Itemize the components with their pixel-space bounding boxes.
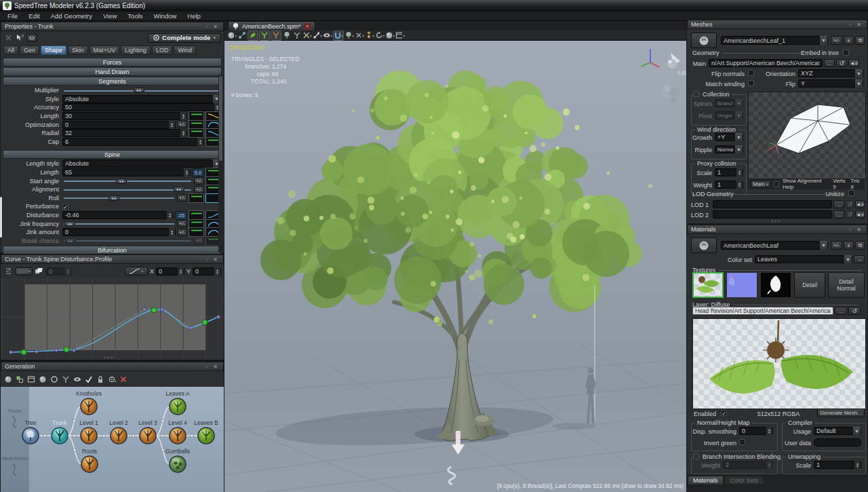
mesh-selector-dropdown[interactable]: AmericanBeechLeaf_1▼ bbox=[721, 36, 828, 45]
properties-tab-wind[interactable]: Wind bbox=[174, 45, 196, 55]
section-header-forces[interactable]: Forces bbox=[3, 58, 222, 67]
layout-icon[interactable]: ▾ bbox=[395, 31, 405, 40]
plusminus-button[interactable]: +/- bbox=[177, 121, 187, 128]
disp-smoothing-field[interactable]: 0▲▼ bbox=[739, 427, 773, 435]
target-icon[interactable] bbox=[107, 375, 117, 383]
gen-node-roots[interactable]: Roots bbox=[81, 448, 98, 472]
panel-buttons[interactable]: ▫ ✕ bbox=[205, 24, 220, 30]
properties-tab-gen[interactable]: Gen bbox=[20, 45, 39, 55]
rotate-view-icon[interactable]: ▾ bbox=[375, 31, 384, 40]
tree-lollipop-icon[interactable] bbox=[282, 31, 292, 40]
branch-tool-icon[interactable] bbox=[259, 31, 270, 41]
gen-node-level2[interactable]: Level 2 bbox=[109, 419, 128, 444]
curve-preset-button[interactable]: ▾ bbox=[125, 267, 148, 276]
tab-materials[interactable]: Materials bbox=[688, 476, 724, 485]
collection-checkbox[interactable] bbox=[693, 91, 699, 97]
section-header-hand-drawn[interactable]: Hand Drawn bbox=[3, 67, 222, 76]
plusminus-button[interactable]: +/- bbox=[177, 229, 187, 236]
mesh-plusminus-button[interactable]: ± bbox=[844, 36, 854, 45]
orientation-dropdown[interactable]: XYZ▼ bbox=[798, 69, 863, 77]
detail-normal-texture-slot[interactable]: Detail Normal bbox=[828, 272, 865, 298]
prune-icon[interactable]: ▾ bbox=[302, 31, 312, 40]
gravity-icon[interactable]: ▾ bbox=[365, 31, 374, 40]
properties-title[interactable]: Properties - Trunk ▫ ✕ bbox=[1, 22, 224, 31]
checkbox-perturbance[interactable]: ✓ bbox=[62, 204, 68, 210]
mesh-drag-handle[interactable] bbox=[691, 33, 717, 48]
unitize-checkbox[interactable] bbox=[848, 190, 854, 196]
enabled-checkbox[interactable]: ✓ bbox=[721, 410, 727, 416]
menu-file[interactable]: File bbox=[3, 12, 22, 20]
variance-badge[interactable]: 5.0 bbox=[192, 168, 204, 177]
diffuse-texture-thumb[interactable] bbox=[692, 272, 724, 298]
lod2-reload-button[interactable]: ↺ bbox=[846, 210, 854, 219]
dropdown-length-style[interactable]: Absolute▼ bbox=[62, 159, 221, 168]
material-selector-dropdown[interactable]: AmericanBeechLeaf▼ bbox=[721, 241, 828, 250]
gen-node-trunk[interactable]: Trunk bbox=[52, 419, 68, 444]
gen-node-level3[interactable]: Level 3 bbox=[138, 419, 157, 444]
main-mesh-reload-button[interactable]: ↺ bbox=[836, 59, 847, 67]
properties-tab-lod[interactable]: LOD bbox=[152, 45, 173, 55]
flip-dropdown[interactable]: Y▼ bbox=[798, 79, 863, 88]
curve-copy-icon[interactable] bbox=[35, 267, 44, 276]
plusminus-button[interactable]: +/- bbox=[194, 177, 204, 185]
bib-weight-field[interactable]: 2▲▼ bbox=[723, 461, 773, 469]
spines-dropdown[interactable]: Branches▼ bbox=[715, 99, 743, 107]
embed-in-tree-checkbox[interactable] bbox=[843, 50, 849, 56]
unwrap-scale-field[interactable]: 1▲▼ bbox=[814, 461, 861, 469]
preview-lod-dropdown[interactable]: Main ▾ bbox=[751, 181, 770, 188]
slider[interactable]: ◂ ▸ bbox=[62, 86, 221, 94]
hierarchy-icon[interactable] bbox=[237, 31, 247, 40]
model-icon[interactable]: ▾ bbox=[227, 31, 237, 40]
splitter-dots[interactable]: ●●● bbox=[771, 219, 781, 223]
user-data-field[interactable] bbox=[814, 438, 861, 447]
main-mesh-locate-button[interactable]: ◄# bbox=[848, 59, 859, 67]
plusminus-button[interactable]: +/- bbox=[177, 194, 187, 202]
mesh-copy-button[interactable]: ⧉ bbox=[855, 36, 865, 45]
plusminus-button[interactable]: +/- bbox=[177, 220, 187, 227]
slider[interactable]: ◂ ▸ bbox=[62, 185, 193, 193]
hand-icon[interactable] bbox=[61, 375, 71, 383]
menu-edit[interactable]: Edit bbox=[24, 12, 44, 20]
mesh-add-remove-button[interactable]: +/- bbox=[831, 36, 842, 45]
lod2-browse-button[interactable]: ... bbox=[833, 210, 844, 219]
properties-tab-skin[interactable]: Skin bbox=[68, 45, 88, 55]
curve-y-field[interactable]: 0▲▼ bbox=[193, 267, 221, 276]
lock-icon[interactable] bbox=[96, 375, 105, 383]
viewport[interactable]: 1.00 perspective TRIANGLES - SELECTED br… bbox=[224, 41, 686, 492]
growth-icon[interactable] bbox=[292, 31, 302, 40]
window-titlebar[interactable]: SpeedTree Modeler v6.2.3 (Games Edition) bbox=[0, 0, 868, 12]
bone-icon[interactable]: ▾ bbox=[313, 31, 322, 40]
camera-mode-label[interactable]: perspective bbox=[230, 43, 264, 51]
spine-tool-icon[interactable] bbox=[271, 31, 281, 41]
menu-window[interactable]: Window bbox=[149, 12, 182, 20]
ripple-dropdown[interactable]: Normal▼ bbox=[715, 145, 743, 153]
mask-icon[interactable]: ▾ bbox=[323, 31, 332, 40]
invert-green-checkbox[interactable] bbox=[739, 439, 745, 445]
spin-length[interactable]: 30▲▼ bbox=[62, 112, 187, 120]
alpha-texture-thumb[interactable] bbox=[760, 272, 791, 298]
color-set-dropdown[interactable]: Leaves▼ bbox=[755, 255, 852, 263]
variance-badge[interactable]: .05 bbox=[175, 211, 187, 220]
properties-tab-shape[interactable]: Shape bbox=[41, 45, 66, 55]
slider[interactable]: ◂ ▸ bbox=[62, 220, 176, 228]
materials-title[interactable]: Materials ▫ ✕ bbox=[687, 225, 867, 234]
curve-hierarchy-icon[interactable] bbox=[3, 267, 13, 276]
diffuse-browse-button[interactable]: ... bbox=[835, 307, 847, 315]
flip-normals-checkbox[interactable] bbox=[748, 70, 754, 76]
spin-cap[interactable]: 6▲▼ bbox=[62, 138, 204, 146]
tab-close-icon[interactable]: ✕ bbox=[304, 23, 312, 30]
slider[interactable]: ◂ ▸ bbox=[62, 194, 176, 202]
node-edit-icon[interactable] bbox=[3, 375, 13, 383]
sphere-icon[interactable] bbox=[38, 375, 47, 383]
material-add-remove-button[interactable]: +/- bbox=[831, 241, 842, 250]
main-mesh-browse-button[interactable]: ... bbox=[824, 59, 835, 67]
panel-buttons[interactable]: ▫ ✕ bbox=[849, 227, 863, 233]
material-plusminus-button[interactable]: ± bbox=[844, 241, 854, 250]
cut-icon[interactable]: ▾ bbox=[355, 31, 364, 40]
curve-title[interactable]: Curve - Trunk.Spine:Disturbance.Profile … bbox=[1, 254, 224, 264]
proxy-scale-field[interactable]: 1▲▼ bbox=[715, 168, 743, 176]
properties-tab-all[interactable]: All bbox=[3, 45, 18, 55]
light-icon[interactable]: ▾ bbox=[385, 31, 395, 40]
menu-tools[interactable]: Tools bbox=[123, 12, 147, 20]
spin-accuracy[interactable]: 50▲▼ bbox=[62, 103, 221, 111]
